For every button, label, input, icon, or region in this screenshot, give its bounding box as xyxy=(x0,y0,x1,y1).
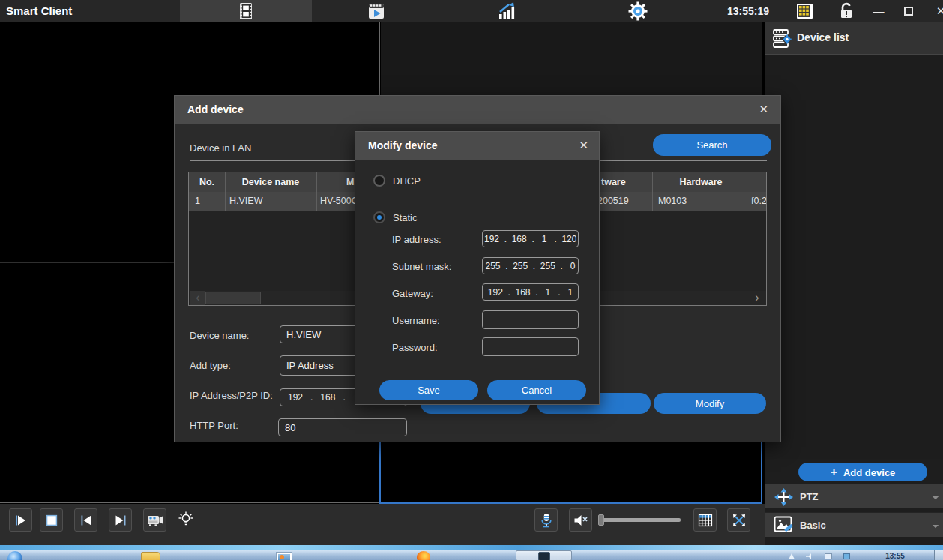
volume-slider[interactable] xyxy=(600,518,681,522)
search-button[interactable]: Search xyxy=(653,134,771,156)
speaker-muted-button[interactable] xyxy=(569,508,592,532)
sidebar: Device list +Add device PTZ Basic xyxy=(765,22,943,545)
minimize-button[interactable]: — xyxy=(870,0,888,22)
modify-device-dialog: Modify device ✕ DHCP Static IP address: … xyxy=(355,131,600,405)
add-device-titlebar: Add device ✕ xyxy=(175,96,780,124)
basic-label: Basic xyxy=(800,520,826,531)
close-button[interactable]: ✕ xyxy=(936,0,943,22)
calendar-icon[interactable] xyxy=(796,3,813,22)
username-input[interactable] xyxy=(482,310,579,329)
cell-software: 200519 xyxy=(597,196,629,206)
photo-viewer-icon[interactable] xyxy=(276,552,292,560)
basic-expand-chevron-icon[interactable] xyxy=(933,522,939,528)
add-device-title: Add device xyxy=(187,103,244,115)
username-label: Username: xyxy=(392,315,440,326)
modify-device-title: Modify device xyxy=(368,139,438,151)
ip-address-label: IP address: xyxy=(392,234,442,245)
table-scrollbar-thumb[interactable] xyxy=(205,292,261,304)
titlebar-clock: 13:55:19 xyxy=(721,5,775,17)
modify-button[interactable]: Modify xyxy=(654,393,766,414)
add-device-close-icon[interactable]: ✕ xyxy=(759,103,768,116)
ptz-section[interactable]: PTZ xyxy=(765,484,943,508)
plus-icon: + xyxy=(831,466,837,478)
col-hardware[interactable]: Hardware xyxy=(652,177,750,187)
col-no[interactable]: No. xyxy=(189,177,225,187)
gateway-input[interactable] xyxy=(482,283,579,301)
scroll-right-arrow-icon[interactable]: › xyxy=(750,291,765,305)
taskbar-active-app-button[interactable] xyxy=(516,550,572,560)
cell-mac: f0:2 xyxy=(751,196,767,206)
start-orb-icon[interactable] xyxy=(7,551,22,560)
ptz-expand-chevron-icon[interactable] xyxy=(933,493,939,499)
col-model[interactable]: M xyxy=(346,177,354,187)
next-button[interactable] xyxy=(109,508,132,532)
add-type-label: Add type: xyxy=(190,360,231,371)
smart-client-window: Smart Client 13:55:19 — ✕ xyxy=(0,0,943,560)
ptz-icon xyxy=(774,487,794,510)
explorer-folder-icon[interactable] xyxy=(141,552,160,560)
grid-bottom-border xyxy=(0,502,380,503)
http-port-label: HTTP Port: xyxy=(190,420,238,431)
password-input[interactable] xyxy=(482,337,579,356)
basic-section[interactable]: Basic xyxy=(765,512,943,537)
windows-taskbar: 13:55 xyxy=(0,550,943,560)
modify-device-close-icon[interactable]: ✕ xyxy=(579,139,588,152)
taskbar-clock[interactable]: 13:55 xyxy=(879,552,912,560)
tray-network-icon[interactable] xyxy=(825,553,832,559)
device-in-lan-label: Device in LAN xyxy=(190,142,251,154)
stop-button[interactable] xyxy=(40,508,63,532)
playback-icon[interactable] xyxy=(367,2,385,23)
app-title: Smart Client xyxy=(6,0,72,22)
basic-image-icon xyxy=(774,516,794,538)
ptz-label: PTZ xyxy=(800,491,819,502)
dhcp-radio[interactable] xyxy=(373,175,385,187)
scroll-left-arrow-icon[interactable]: ‹ xyxy=(190,291,205,305)
dhcp-label[interactable]: DHCP xyxy=(393,175,421,187)
lock-icon[interactable] xyxy=(838,1,855,24)
col-device-name[interactable]: Device name xyxy=(225,177,316,187)
save-button[interactable]: Save xyxy=(379,380,478,400)
subnet-mask-label: Subnet mask: xyxy=(392,261,452,272)
microphone-button[interactable] xyxy=(534,508,558,532)
cell-hardware: M0103 xyxy=(658,196,687,206)
ip-address-input[interactable] xyxy=(482,230,579,247)
firefox-icon[interactable] xyxy=(417,551,430,560)
cell-no: 1 xyxy=(195,196,200,206)
tray-show-hidden-icon[interactable] xyxy=(789,553,795,559)
fullscreen-button[interactable] xyxy=(727,508,750,532)
cancel-button[interactable]: Cancel xyxy=(487,380,586,400)
bottom-toolbar xyxy=(0,504,765,545)
static-radio[interactable] xyxy=(373,211,385,223)
modify-device-titlebar: Modify device ✕ xyxy=(355,132,599,160)
subnet-mask-input[interactable] xyxy=(482,257,579,274)
add-device-button[interactable]: +Add device xyxy=(798,463,927,481)
volume-slider-thumb[interactable] xyxy=(598,514,604,526)
grid-layout-button[interactable] xyxy=(693,508,717,532)
show-desktop-button[interactable] xyxy=(934,550,943,560)
play-button[interactable] xyxy=(9,508,32,532)
cell-device-name: H.VIEW xyxy=(229,196,262,206)
column-separator xyxy=(316,172,317,211)
film-strip-icon[interactable] xyxy=(237,2,255,23)
tray-action-center-icon[interactable] xyxy=(843,553,850,559)
settings-gear-icon[interactable] xyxy=(628,1,648,24)
http-port-input[interactable] xyxy=(278,418,407,436)
column-separator xyxy=(750,172,750,211)
maximize-button[interactable] xyxy=(904,7,913,16)
device-list-header[interactable]: Device list xyxy=(765,22,943,55)
col-software[interactable]: tware xyxy=(601,177,626,187)
titlebar: Smart Client 13:55:19 — ✕ xyxy=(0,0,943,22)
brightness-bulb-icon[interactable] xyxy=(177,511,195,532)
device-list-empty[interactable] xyxy=(765,55,943,459)
gateway-label: Gateway: xyxy=(392,288,433,299)
tray-volume-icon[interactable] xyxy=(806,553,813,559)
device-name-label: Device name: xyxy=(190,330,249,341)
device-list-icon xyxy=(772,28,792,52)
previous-button[interactable] xyxy=(74,508,97,532)
ip-p2p-label: IP Address/P2P ID: xyxy=(190,390,273,401)
statistics-icon[interactable] xyxy=(498,2,517,23)
password-label: Password: xyxy=(392,342,438,353)
static-label[interactable]: Static xyxy=(393,212,418,223)
record-camera-icon[interactable] xyxy=(143,508,166,532)
device-list-title: Device list xyxy=(797,31,849,43)
